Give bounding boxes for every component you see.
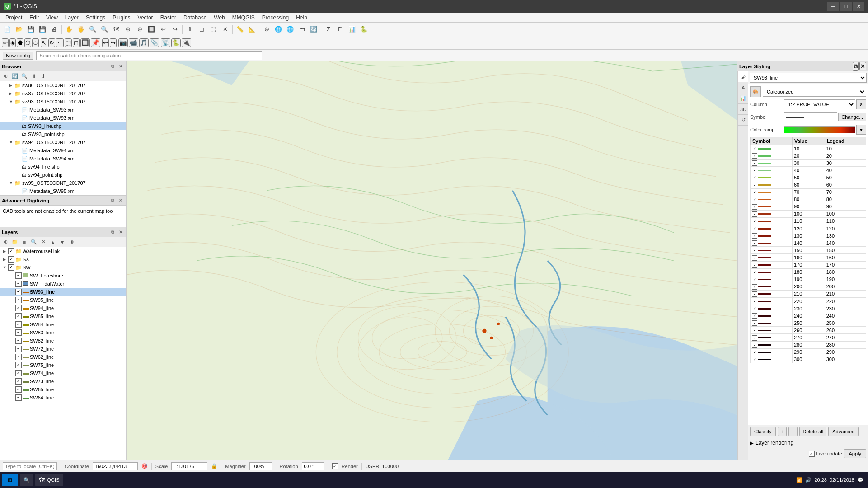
- layers-tb-filter[interactable]: 🔍: [29, 238, 38, 246]
- browser-tree-item[interactable]: 📄Metadata_SW94.xml: [0, 155, 126, 163]
- row-checkbox[interactable]: ✓: [752, 197, 757, 202]
- menu-settings[interactable]: Settings: [82, 14, 109, 22]
- locate-input[interactable]: [3, 462, 57, 470]
- tb2-del-part[interactable]: ◻: [73, 38, 80, 47]
- tb-python[interactable]: 🐍: [358, 24, 369, 35]
- tb2-move[interactable]: ↖: [41, 38, 47, 47]
- row-checkbox[interactable]: ✓: [752, 233, 757, 239]
- styling-float-btn[interactable]: ⧉: [853, 62, 859, 71]
- layer-visibility-checkbox[interactable]: ✓: [15, 338, 22, 344]
- layer-item[interactable]: ▶✓📁SX: [0, 255, 126, 263]
- row-legend[interactable]: 20: [825, 152, 866, 160]
- styling-table-row[interactable]: ✓260260: [751, 327, 866, 334]
- layers-float-btn[interactable]: ⧉: [109, 229, 116, 236]
- tb-add-wms[interactable]: 🌐: [273, 24, 284, 35]
- tb-select[interactable]: ◻: [196, 24, 207, 35]
- menu-mmqgis[interactable]: MMQGIS: [229, 14, 258, 22]
- layers-tb-remove[interactable]: ✕: [39, 238, 48, 246]
- row-checkbox[interactable]: ✓: [752, 357, 757, 362]
- color-ramp-bar[interactable]: [784, 126, 855, 133]
- tb2-video[interactable]: 📹: [129, 38, 138, 47]
- side-tab-diagrams[interactable]: 📊: [738, 93, 749, 104]
- row-checkbox[interactable]: ✓: [752, 270, 757, 275]
- layer-visibility-checkbox[interactable]: ✓: [15, 370, 22, 376]
- tb-deselect[interactable]: ✕: [220, 24, 230, 35]
- taskbar-item-qgis[interactable]: 🗺 QGIS: [35, 474, 63, 486]
- menu-vector[interactable]: Vector: [134, 14, 157, 22]
- browser-tree-item[interactable]: ▼📁sw94_OST50CONT_201707: [0, 138, 126, 146]
- layer-visibility-checkbox[interactable]: ✓: [15, 305, 22, 311]
- browser-tb-filter[interactable]: 🔍: [20, 72, 29, 80]
- browser-tb-collapse[interactable]: ⬆: [29, 72, 38, 80]
- layer-item[interactable]: ▼✓📁SW: [0, 263, 126, 272]
- layers-tb-expand[interactable]: ≡: [20, 238, 29, 246]
- browser-tree-item[interactable]: 📄Metadata_SW95.xml: [0, 187, 126, 195]
- browser-float-btn[interactable]: ⧉: [109, 63, 116, 70]
- tb-zoom-prev[interactable]: ↩: [158, 24, 169, 35]
- layer-item[interactable]: ✓SW_TidalWater: [0, 280, 126, 288]
- tb-add-db[interactable]: 🗃: [296, 24, 307, 35]
- side-tab-labels[interactable]: A: [738, 82, 749, 93]
- tb-pan[interactable]: ✋: [64, 24, 75, 35]
- tb-pan2[interactable]: 🖐: [75, 24, 86, 35]
- menu-database[interactable]: Database: [180, 14, 210, 22]
- tb-identify[interactable]: ℹ: [184, 24, 195, 35]
- styling-table-row[interactable]: ✓290290: [751, 348, 866, 356]
- browser-tree-item[interactable]: 🗂SW93_line.shp: [0, 122, 126, 130]
- layer-item[interactable]: ✓SW85_line: [0, 312, 126, 320]
- row-legend[interactable]: 230: [825, 305, 866, 312]
- layer-item[interactable]: ✓SW94_line: [0, 304, 126, 312]
- row-checkbox[interactable]: ✓: [752, 350, 757, 355]
- layer-visibility-checkbox[interactable]: ✓: [15, 362, 22, 368]
- advanced-button[interactable]: Advanced: [828, 427, 859, 436]
- layer-item[interactable]: ✓SW_Foreshore: [0, 272, 126, 280]
- menu-edit[interactable]: Edit: [26, 14, 42, 22]
- tb-save[interactable]: 💾: [25, 24, 36, 35]
- row-checkbox[interactable]: ✓: [752, 240, 757, 246]
- delete-all-button[interactable]: Delete all: [799, 427, 826, 436]
- render-checkbox[interactable]: [332, 463, 338, 469]
- row-legend[interactable]: 150: [825, 247, 866, 254]
- layer-visibility-checkbox[interactable]: ✓: [15, 386, 22, 393]
- row-legend[interactable]: 30: [825, 160, 866, 167]
- layer-visibility-checkbox[interactable]: ✓: [15, 346, 22, 352]
- row-checkbox[interactable]: ✓: [752, 335, 757, 341]
- tb2-add-feat[interactable]: ⬟: [17, 38, 23, 47]
- styling-table-row[interactable]: ✓250250: [751, 319, 866, 327]
- tb-select2[interactable]: ⬚: [208, 24, 219, 35]
- add-class-btn[interactable]: +: [778, 427, 787, 436]
- browser-tree-item[interactable]: 🗂sw94_point.shp: [0, 171, 126, 179]
- styling-table-row[interactable]: ✓220220: [751, 297, 866, 305]
- browser-tree-item[interactable]: 📄Metadata_SW93.xml: [0, 114, 126, 122]
- row-checkbox[interactable]: ✓: [752, 284, 757, 290]
- row-legend[interactable]: 90: [825, 203, 866, 210]
- tb2-del-ring[interactable]: ⬚: [65, 38, 72, 47]
- row-legend[interactable]: 100: [825, 210, 866, 217]
- tb2-reshape[interactable]: 🔲: [80, 38, 90, 47]
- tb2-add-part[interactable]: ⬭: [32, 38, 39, 47]
- layer-item[interactable]: ✓SW83_line: [0, 328, 126, 337]
- layers-tb-add[interactable]: ⊕: [1, 238, 10, 246]
- row-checkbox[interactable]: ✓: [752, 277, 757, 282]
- classify-button[interactable]: Classify: [750, 427, 776, 436]
- browser-tree-item[interactable]: ▼📁sw93_OST50CONT_201707: [0, 98, 126, 106]
- live-update-checkbox[interactable]: [809, 451, 815, 457]
- row-checkbox[interactable]: ✓: [752, 153, 757, 159]
- styling-table-row[interactable]: ✓230230: [751, 305, 866, 312]
- styling-table-row[interactable]: ✓1010: [751, 145, 866, 152]
- layer-visibility-checkbox[interactable]: ✓: [15, 329, 22, 336]
- tb-measure[interactable]: 📏: [235, 24, 245, 35]
- layer-item[interactable]: ✓SW93_line: [0, 288, 126, 296]
- row-legend[interactable]: 240: [825, 312, 866, 319]
- side-tab-history[interactable]: ↺: [738, 115, 749, 126]
- tb-sum[interactable]: Σ: [323, 24, 334, 35]
- tb2-redo[interactable]: ↪: [110, 38, 117, 47]
- menu-layer[interactable]: Layer: [61, 14, 82, 22]
- layer-item[interactable]: ✓SW73_line: [0, 377, 126, 385]
- menu-raster[interactable]: Raster: [157, 14, 180, 22]
- tb2-offset[interactable]: 📌: [91, 38, 100, 47]
- row-legend[interactable]: 170: [825, 261, 866, 268]
- tb2-python[interactable]: 🐍: [171, 38, 181, 47]
- layer-item[interactable]: ✓SW75_line: [0, 361, 126, 369]
- row-legend[interactable]: 120: [825, 225, 866, 232]
